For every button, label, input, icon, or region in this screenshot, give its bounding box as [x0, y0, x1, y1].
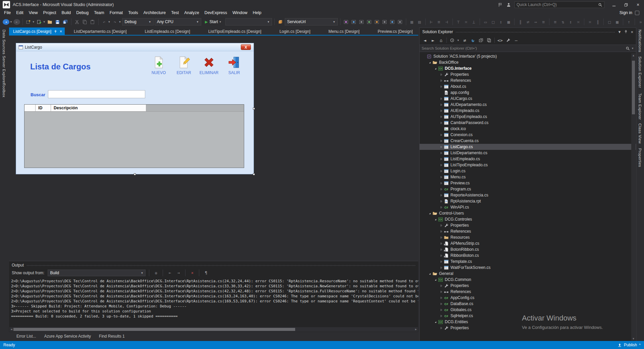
menu-build[interactable]: Build [59, 9, 73, 16]
dropdown-caret-icon[interactable]: ▼ [118, 20, 121, 23]
tree-item-resources[interactable]: Resources [420, 234, 636, 240]
new-project-icon[interactable] [25, 18, 32, 25]
expanded-arrow-icon[interactable] [427, 61, 432, 64]
tree-item-aucargo-cs[interactable]: AUCargo.cs [420, 96, 636, 102]
forward-icon[interactable]: ► [430, 37, 436, 43]
collapsed-arrow-icon[interactable] [439, 296, 443, 300]
side-tab-notifications[interactable]: Notifications [638, 30, 642, 52]
collapsed-arrow-icon[interactable] [439, 121, 443, 125]
dropdown-caret-icon[interactable]: ▼ [32, 20, 35, 23]
expanded-arrow-icon[interactable] [433, 218, 438, 221]
center-vertically-icon[interactable]: ∥ [594, 18, 601, 25]
tree-item-botonribbon-cs[interactable]: BotonRibbon.cs [420, 246, 636, 252]
scroll-up-arrow[interactable]: ▲ [631, 53, 636, 57]
side-tab-class-view[interactable]: Class View [638, 123, 642, 144]
collapsed-arrow-icon[interactable] [439, 85, 443, 89]
tree-item-ribbonboton-cs[interactable]: RibbonBoton.cs [420, 252, 636, 258]
align-rights-icon[interactable]: ⊣ [443, 18, 450, 25]
tree-item-rptasistencia-rpt[interactable]: RptAsistencia.rpt [420, 198, 636, 204]
grid-column-header-id[interactable]: ID [36, 105, 51, 112]
collapsed-arrow-icon[interactable] [439, 308, 443, 312]
output-horizontal-scrollbar[interactable]: ◄ ► [9, 327, 418, 332]
next-message-icon[interactable]: → [175, 270, 182, 276]
menu-format[interactable]: Format [107, 9, 126, 16]
tree-item-general[interactable]: General [420, 271, 636, 277]
extension-tool-icon-6[interactable] [381, 18, 388, 25]
make-same-width-icon[interactable]: ▭ [482, 18, 489, 25]
tree-item-listcargo-cs[interactable]: ListCargo.cs [420, 144, 636, 150]
collapsed-arrow-icon[interactable] [439, 103, 443, 107]
side-tab-toolbox[interactable]: Toolbox [2, 83, 6, 97]
tree-item-listtipoempleado-cs[interactable]: ListTipoEmpleado.cs [420, 162, 636, 168]
form-close-button[interactable]: X [241, 44, 251, 50]
collapsed-arrow-icon[interactable] [439, 199, 443, 203]
form-action-eliminar[interactable]: ELIMINAR [197, 56, 221, 75]
menu-edit[interactable]: Edit [13, 9, 26, 16]
dropdown-caret-icon[interactable]: ▼ [194, 20, 199, 23]
paste-icon[interactable] [89, 18, 96, 25]
undo-icon[interactable]: ↶ [101, 18, 108, 25]
extension-tool-icon-7[interactable] [389, 18, 396, 25]
scrollbar-thumb[interactable] [13, 328, 295, 331]
user-profile-icon[interactable] [506, 2, 511, 7]
expanded-arrow-icon[interactable] [433, 67, 438, 70]
dropdown-caret-icon[interactable]: ▼ [108, 20, 111, 23]
extension-tool-icon-8[interactable] [397, 18, 404, 25]
form-action-salir[interactable]: SALIR [222, 56, 247, 75]
collapsed-arrow-icon[interactable] [439, 266, 443, 270]
menu-test[interactable]: Test [168, 9, 181, 16]
menu-tools[interactable]: Tools [125, 9, 141, 16]
tree-item-program-cs[interactable]: C#Program.cs [420, 186, 636, 192]
tree-item-template-cs[interactable]: Template.cs [420, 258, 636, 265]
bring-to-front-icon[interactable]: □ [606, 18, 613, 25]
collapsed-arrow-icon[interactable] [439, 151, 443, 155]
side-tab-solution-explorer[interactable]: Solution Explorer [638, 56, 642, 88]
service-package-icon[interactable] [277, 18, 284, 25]
window-position-menu-icon[interactable]: ▼ [618, 30, 622, 34]
menu-file[interactable]: File [1, 9, 13, 16]
tree-item-app-config[interactable]: app.config [420, 90, 636, 96]
collapsed-arrow-icon[interactable] [439, 254, 443, 257]
remove-horizontal-spacing-icon[interactable]: ≡ [540, 18, 547, 25]
form-action-editar[interactable]: EDITAR [171, 56, 196, 75]
dropdown-caret-icon[interactable]: ▼ [219, 20, 222, 23]
scroll-right-arrow[interactable]: ► [414, 327, 418, 332]
close-tab-icon[interactable]: × [60, 29, 62, 34]
send-to-back-icon[interactable]: ■ [614, 18, 621, 25]
align-bottoms-icon[interactable]: ⊥ [471, 18, 477, 25]
collapsed-arrow-icon[interactable] [439, 133, 443, 137]
search-icon[interactable] [626, 46, 630, 51]
solution-explorer-search-input[interactable] [422, 46, 624, 50]
align-tops-icon[interactable]: ⊤ [455, 18, 462, 25]
tree-item-appconfig-cs[interactable]: C#AppConfig.cs [420, 295, 636, 301]
feedback-flag-icon[interactable] [498, 2, 503, 7]
side-tab-properties[interactable]: Properties [638, 148, 642, 167]
publish-button[interactable]: Publish ^ [618, 343, 641, 347]
doc-tab-listempleado-cs-design[interactable]: ListEmpleado.cs [Design] [136, 27, 199, 36]
expanded-arrow-icon[interactable] [427, 272, 432, 276]
make-same-height-icon[interactable]: ↕ [497, 18, 504, 25]
expanded-arrow-icon[interactable] [433, 320, 438, 324]
solution-explorer-vertical-scrollbar[interactable]: ▲ ▼ [631, 53, 636, 341]
form-action-nuevo[interactable]: NUEVO [146, 56, 171, 75]
target-server-combobox[interactable]: ▼ [225, 18, 272, 25]
redo-icon[interactable]: ↷ [111, 18, 118, 25]
sign-in-link[interactable]: Sign in [620, 10, 632, 15]
tree-item-crearcuenta-cs[interactable]: CrearCuenta.cs [420, 138, 636, 144]
extension-tool-icon-3[interactable] [358, 18, 365, 25]
collapsed-arrow-icon[interactable] [439, 169, 443, 173]
panel-tab-find-results-1[interactable]: Find Results 1 [96, 333, 128, 340]
snap-lines-icon[interactable]: ▤ [416, 18, 423, 25]
panel-drag-texture[interactable] [26, 265, 416, 267]
doc-tab-listdepartamento-cs-design[interactable]: ListDepartamento.cs [Design] [65, 27, 136, 36]
show-all-files-icon[interactable] [486, 37, 492, 43]
pin-tab-icon[interactable] [54, 30, 57, 34]
collapsed-arrow-icon[interactable] [439, 260, 443, 264]
expanded-arrow-icon[interactable] [433, 278, 438, 282]
collapsed-arrow-icon[interactable] [439, 175, 443, 179]
extension-tool-icon-4[interactable] [366, 18, 373, 25]
quick-launch-input[interactable] [517, 2, 598, 7]
tree-item-audepartamento-cs[interactable]: AUDepartamento.cs [420, 102, 636, 108]
find-message-icon[interactable]: ◉ [153, 270, 159, 276]
copy-icon[interactable] [82, 18, 88, 25]
